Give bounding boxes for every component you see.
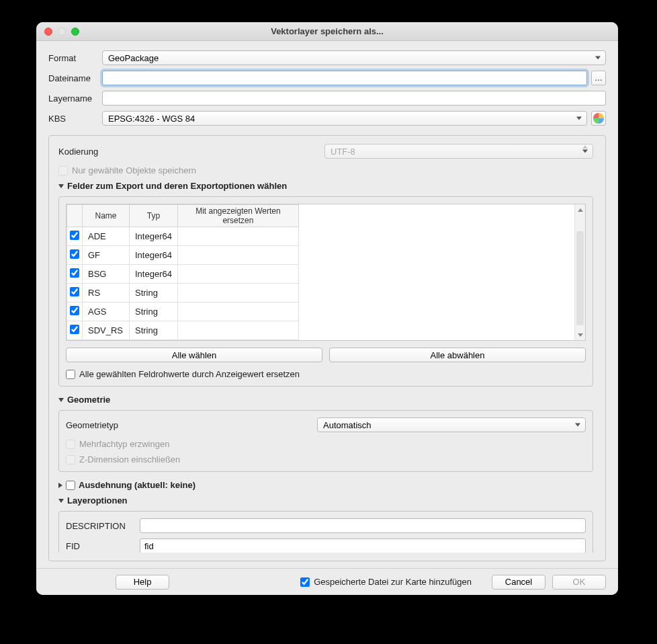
field-type-cell: String <box>130 321 178 340</box>
field-checkbox[interactable] <box>70 287 79 296</box>
field-type-cell: Integer64 <box>130 265 178 284</box>
col-replace-header: Mit angezeigten Werten ersetzen <box>177 205 298 227</box>
field-checkbox[interactable] <box>70 231 79 240</box>
layer-options-section-header[interactable]: Layeroptionen <box>58 495 593 506</box>
select-all-button[interactable]: Alle wählen <box>66 348 322 362</box>
globe-icon <box>593 113 604 124</box>
dialog-content: Format GeoPackage Dateiname … Layername … <box>36 41 618 568</box>
add-to-map-label: Gespeicherte Datei zur Karte hinzufügen <box>314 577 472 587</box>
geometry-section-header[interactable]: Geometrie <box>58 395 593 405</box>
format-label: Format <box>48 53 102 63</box>
field-replace-cell <box>177 246 298 265</box>
format-select-wrap[interactable]: GeoPackage <box>102 50 606 65</box>
field-name-cell: RS <box>83 284 130 303</box>
scroll-thumb[interactable] <box>576 231 584 325</box>
replace-raw-row: Alle gewählten Feldrohwerte durch Anzeig… <box>66 369 586 379</box>
geometry-type-select-wrap[interactable]: Automatisch <box>317 417 586 432</box>
force-multi-label: Mehrfachtyp erzwingen <box>79 439 169 449</box>
dialog-window: Vektorlayer speichern als... Format GeoP… <box>36 22 618 595</box>
format-select[interactable]: GeoPackage <box>102 50 606 65</box>
save-selected-checkbox <box>58 166 68 175</box>
chevron-down-icon <box>58 398 64 402</box>
field-type-cell: Integer64 <box>130 227 178 246</box>
layer-options-groupbox: DESCRIPTION FID <box>58 511 593 553</box>
chevron-down-icon <box>58 499 64 503</box>
field-checkbox[interactable] <box>70 325 79 334</box>
field-button-row: Alle wählen Alle abwählen <box>66 348 586 362</box>
encoding-row: Kodierung UTF-8 <box>58 144 593 159</box>
crs-label: KBS <box>48 114 102 124</box>
add-to-map-checkbox[interactable] <box>300 577 310 587</box>
table-row[interactable]: GFInteger64 <box>67 246 299 265</box>
fid-row: FID <box>66 538 586 553</box>
fid-input[interactable] <box>140 538 586 553</box>
field-name-cell: GF <box>83 246 130 265</box>
options-scroll-panel: Kodierung UTF-8 Nur gewählte Objekte spe… <box>48 135 606 561</box>
help-button[interactable]: Help <box>116 575 169 590</box>
include-z-row: Z-Dimension einschließen <box>66 454 586 465</box>
layername-label: Layername <box>48 93 102 104</box>
field-checkbox[interactable] <box>70 306 79 315</box>
save-selected-label: Nur gewählte Objekte speichern <box>72 165 196 175</box>
table-filler <box>299 204 574 340</box>
chevron-right-icon <box>58 483 62 488</box>
fields-table: Name Typ Mit angezeigten Werten ersetzen… <box>67 204 299 340</box>
deselect-all-button[interactable]: Alle abwählen <box>329 348 586 362</box>
geometry-type-row: Geometrietyp Automatisch <box>66 417 586 432</box>
cancel-button[interactable]: Cancel <box>492 575 545 590</box>
fields-table-wrap: Name Typ Mit angezeigten Werten ersetzen… <box>66 204 586 341</box>
ellipsis-icon: … <box>595 73 603 83</box>
col-name-header: Name <box>83 205 130 227</box>
table-row[interactable]: SDV_RSString <box>67 321 299 340</box>
include-z-label: Z-Dimension einschließen <box>79 454 180 465</box>
chevron-down-icon <box>58 184 64 188</box>
field-name-cell: AGS <box>83 303 130 321</box>
extent-section-header[interactable]: Ausdehnung (aktuell: keine) <box>58 480 593 490</box>
fields-section-header[interactable]: Felder zum Export und deren Exportoption… <box>58 181 593 191</box>
force-multi-checkbox <box>66 440 75 449</box>
fid-label: FID <box>66 541 140 551</box>
field-replace-cell <box>177 321 298 340</box>
field-replace-cell <box>177 284 298 303</box>
options-scroll-inner[interactable]: Kodierung UTF-8 Nur gewählte Objekte spe… <box>58 144 596 553</box>
field-name-cell: BSG <box>83 265 130 284</box>
scroll-up-icon[interactable] <box>575 204 585 215</box>
filename-input[interactable] <box>102 71 587 85</box>
format-row: Format GeoPackage <box>48 50 606 65</box>
window-title: Vektorlayer speichern als... <box>36 26 618 36</box>
field-replace-cell <box>177 303 298 321</box>
crs-select-wrap[interactable]: EPSG:4326 - WGS 84 <box>102 111 587 126</box>
crs-select[interactable]: EPSG:4326 - WGS 84 <box>102 111 587 126</box>
ok-button: OK <box>552 575 606 590</box>
col-type-header: Typ <box>130 205 178 227</box>
crs-picker-button[interactable] <box>591 111 606 126</box>
description-input[interactable] <box>140 518 586 533</box>
table-row[interactable]: AGSString <box>67 303 299 321</box>
add-to-map-row: Gespeicherte Datei zur Karte hinzufügen <box>300 577 472 587</box>
field-checkbox[interactable] <box>70 249 79 259</box>
field-type-cell: String <box>130 303 178 321</box>
layername-row: Layername <box>48 91 606 106</box>
field-type-cell: Integer64 <box>130 246 178 265</box>
encoding-label: Kodierung <box>58 147 324 157</box>
field-replace-cell <box>177 265 298 284</box>
extent-checkbox[interactable] <box>66 481 75 490</box>
dialog-footer: Help Gespeicherte Datei zur Karte hinzuf… <box>36 568 618 595</box>
table-row[interactable]: ADEInteger64 <box>67 227 299 246</box>
field-checkbox[interactable] <box>70 268 79 278</box>
table-row[interactable]: BSGInteger64 <box>67 265 299 284</box>
encoding-select-wrap: UTF-8 <box>324 144 593 159</box>
field-replace-cell <box>177 227 298 246</box>
browse-file-button[interactable]: … <box>591 71 606 85</box>
description-label: DESCRIPTION <box>66 521 140 531</box>
geometry-type-label: Geometrietyp <box>66 420 317 430</box>
table-scrollbar[interactable] <box>574 204 585 340</box>
geometry-type-select[interactable]: Automatisch <box>317 417 586 432</box>
replace-raw-checkbox[interactable] <box>66 370 75 379</box>
filename-row: Dateiname … <box>48 71 606 85</box>
layername-input[interactable] <box>102 91 606 106</box>
scroll-down-icon[interactable] <box>575 329 585 340</box>
encoding-select: UTF-8 <box>324 144 593 159</box>
table-row[interactable]: RSString <box>67 284 299 303</box>
replace-raw-label: Alle gewählten Feldrohwerte durch Anzeig… <box>79 369 300 379</box>
